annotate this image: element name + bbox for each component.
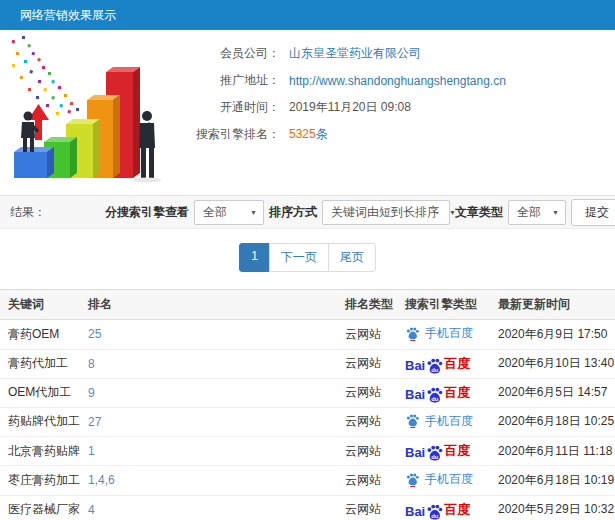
table-row: 枣庄膏药加工 1,4,6 云网站 手机百度 2020年6月18日 10:19 [0, 466, 615, 496]
company-link[interactable]: 山东皇圣堂药业有限公司 [289, 45, 421, 62]
update-time-cell: 2020年6月9日 17:50 [490, 320, 615, 350]
baidu-logo: Bai du 百度 [405, 501, 470, 519]
filter-group: 分搜索引擎查看 全部 ▼ 排序方式 关键词由短到长排序 ▼ 文章类型 全部 ▼ … [105, 199, 615, 226]
rank-cell[interactable]: 27 [80, 407, 337, 437]
mobile-baidu-label: 手机百度 [425, 325, 473, 342]
rank-cell[interactable]: 8 [80, 349, 337, 378]
submit-button[interactable]: 提交 [571, 199, 615, 226]
keyword-cell: 膏药代加工 [0, 349, 80, 378]
rank-type-cell: 云网站 [337, 407, 397, 437]
member-info-panel: 会员公司： 山东皇圣堂药业有限公司 推广地址： http://www.shand… [185, 30, 615, 190]
baidu-logo-baidu: 百度 [444, 442, 470, 460]
baidu-logo-bai: Bai [405, 358, 425, 373]
engine-cell: Bai du 百度 [397, 349, 490, 378]
engine-rank-count: 5325 [289, 127, 316, 141]
company-row: 会员公司： 山东皇圣堂药业有限公司 [185, 40, 615, 67]
baidu-paw-icon: du [426, 358, 443, 374]
table-row: OEM代加工 9 云网站 Bai du 百度 2020年6月5日 14:57 [0, 378, 615, 407]
company-label: 会员公司： [185, 45, 280, 62]
rank-cell[interactable]: 9 [80, 378, 337, 407]
header-keyword: 关键词 [0, 290, 80, 320]
header-rank-type: 排名类型 [337, 290, 397, 320]
promo-url-row: 推广地址： http://www.shandonghuangshengtang.… [185, 67, 615, 94]
mobile-baidu-label: 手机百度 [425, 413, 473, 430]
rank-cell[interactable]: 1 [80, 437, 337, 466]
header-engine-type: 搜索引擎类型 [397, 290, 490, 320]
sort-selected: 关键词由短到长排序 [331, 204, 439, 221]
update-time-cell: 2020年6月10日 13:40 [490, 349, 615, 378]
baidu-logo-baidu: 百度 [444, 384, 470, 402]
article-type-select[interactable]: 全部 ▼ [508, 200, 566, 225]
engine-cell: Bai du 百度 [397, 495, 490, 520]
keyword-cell: 枣庄膏药加工 [0, 466, 80, 496]
mobile-baidu-logo: 手机百度 [405, 325, 473, 342]
update-time-cell: 2020年6月5日 14:57 [490, 378, 615, 407]
engine-cell: 手机百度 [397, 320, 490, 350]
baidu-logo-bai: Bai [405, 387, 425, 402]
engine-rank-value: 5325条 [289, 126, 328, 143]
engine-filter-select[interactable]: 全部 ▼ [194, 200, 264, 225]
results-table: 关键词 排名 排名类型 搜索引擎类型 最新更新时间 膏药OEM 25 云网站 手 [0, 289, 615, 520]
table-row: 膏药代加工 8 云网站 Bai du 百度 2020年6月10日 13:40 [0, 349, 615, 378]
rank-cell[interactable]: 4 [80, 495, 337, 520]
table-header-row: 关键词 排名 排名类型 搜索引擎类型 最新更新时间 [0, 290, 615, 320]
update-time-cell: 2020年6月18日 10:25 [490, 407, 615, 437]
baidu-logo-bai: Bai [405, 504, 425, 519]
table-row: 北京膏药贴牌 1 云网站 Bai du 百度 2020年6月11日 11:18 [0, 437, 615, 466]
summary-section: 会员公司： 山东皇圣堂药业有限公司 推广地址： http://www.shand… [0, 30, 615, 190]
ground-shadow [133, 178, 161, 183]
pagination: 1 下一页 尾页 [0, 243, 615, 272]
baidu-paw-icon [405, 473, 420, 487]
baidu-logo-baidu: 百度 [444, 355, 470, 373]
engine-cell: 手机百度 [397, 466, 490, 496]
baidu-logo: Bai du 百度 [405, 442, 470, 460]
baidu-logo-du: du [432, 366, 440, 372]
open-time-label: 开通时间： [185, 99, 280, 116]
engine-cell: 手机百度 [397, 407, 490, 437]
last-page-button[interactable]: 尾页 [328, 243, 376, 272]
rank-cell[interactable]: 25 [80, 320, 337, 350]
engine-filter-selected: 全部 [203, 204, 227, 221]
table-row: 医疗器械厂家 4 云网站 Bai du 百度 2020年5月29日 10:32 [0, 495, 615, 520]
promo-url-label: 推广地址： [185, 72, 280, 89]
baidu-logo-bai: Bai [405, 445, 425, 460]
rank-type-cell: 云网站 [337, 466, 397, 496]
growth-chart-illustration [0, 30, 185, 188]
engine-rank-unit: 条 [316, 127, 328, 141]
next-page-button[interactable]: 下一页 [269, 243, 329, 272]
baidu-logo-du: du [432, 395, 440, 401]
engine-cell: Bai du 百度 [397, 378, 490, 407]
article-type-selected: 全部 [517, 204, 541, 221]
table-row: 药贴牌代加工 27 云网站 手机百度 2020年6月18日 10:25 [0, 407, 615, 437]
header-rank: 排名 [80, 290, 337, 320]
mobile-baidu-logo: 手机百度 [405, 471, 473, 488]
update-time-cell: 2020年6月18日 10:19 [490, 466, 615, 496]
table-body: 膏药OEM 25 云网站 手机百度 2020年6月9日 17:50 膏药代加工 … [0, 320, 615, 520]
rank-type-cell: 云网站 [337, 495, 397, 520]
bar-chart-graphic [0, 30, 185, 188]
engine-rank-label: 搜索引擎排名： [185, 126, 280, 143]
keyword-cell: 药贴牌代加工 [0, 407, 80, 437]
keyword-cell: OEM代加工 [0, 378, 80, 407]
filter-bar: 结果： 分搜索引擎查看 全部 ▼ 排序方式 关键词由短到长排序 ▼ 文章类型 全… [0, 195, 615, 229]
chevron-down-icon: ▼ [552, 209, 559, 216]
open-time-row: 开通时间： 2019年11月20日 09:08 [185, 94, 615, 121]
baidu-logo-du: du [432, 512, 440, 518]
confetti-dots [12, 36, 79, 115]
keyword-cell: 膏药OEM [0, 320, 80, 350]
engine-rank-row: 搜索引擎排名： 5325条 [185, 121, 615, 148]
keyword-cell: 北京膏药贴牌 [0, 437, 80, 466]
sort-select[interactable]: 关键词由短到长排序 ▼ [322, 200, 450, 225]
promo-url-link[interactable]: http://www.shandonghuangshengtang.cn [289, 74, 506, 88]
mobile-baidu-logo: 手机百度 [405, 413, 473, 430]
baidu-logo: Bai du 百度 [405, 384, 470, 402]
baidu-paw-icon: du [426, 387, 443, 403]
rank-cell[interactable]: 1,4,6 [80, 466, 337, 496]
article-type-label: 文章类型 [455, 204, 503, 221]
update-time-cell: 2020年6月11日 11:18 [490, 437, 615, 466]
keyword-cell: 医疗器械厂家 [0, 495, 80, 520]
baidu-logo-du: du [432, 454, 440, 460]
update-time-cell: 2020年5月29日 10:32 [490, 495, 615, 520]
page-1-button[interactable]: 1 [239, 243, 270, 272]
baidu-paw-icon: du [426, 445, 443, 461]
